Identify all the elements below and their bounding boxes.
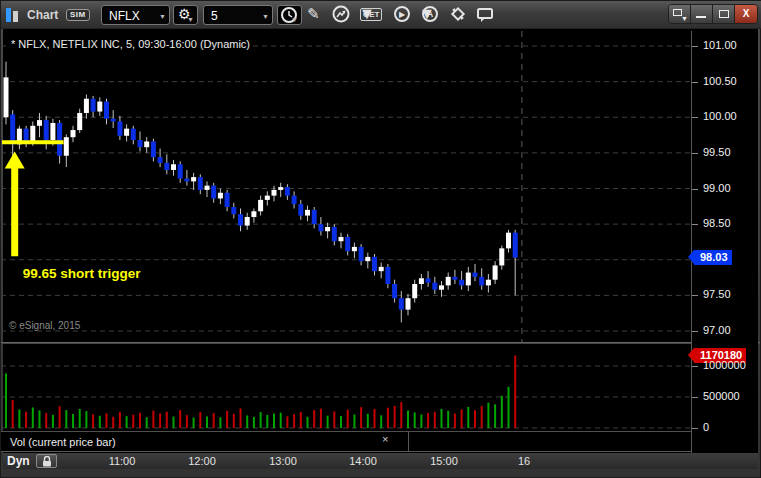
scale-lock-button[interactable]	[36, 454, 57, 468]
symbol-combo[interactable]: NFLX ▼	[101, 5, 170, 25]
get-data-button[interactable]: GET ▼	[359, 5, 383, 25]
volume-bar	[85, 411, 87, 428]
candle-up	[486, 280, 491, 286]
volume-bar	[65, 410, 67, 428]
candle-up	[379, 267, 384, 271]
maximize-button[interactable]	[713, 5, 735, 23]
volume-bar	[12, 400, 14, 428]
price-tick-label: 100.00	[703, 110, 737, 122]
candle-down	[138, 140, 143, 147]
volume-bar	[487, 403, 489, 428]
interval-combo[interactable]: 5 ▼	[203, 5, 273, 25]
candle-up	[466, 273, 471, 286]
close-tab-icon[interactable]: ×	[382, 433, 388, 445]
volume-pane[interactable]	[1, 344, 691, 431]
candle-down	[117, 122, 122, 136]
volume-bar	[39, 410, 41, 428]
volume-tick-label: 1000000	[703, 359, 746, 371]
volume-bar	[347, 410, 349, 428]
candle-up	[258, 200, 263, 211]
volume-bar	[333, 411, 335, 428]
volume-bar	[199, 412, 201, 428]
candle-down	[345, 237, 350, 251]
volume-bar	[193, 418, 195, 428]
axis-tick-mark	[692, 153, 698, 154]
chevron-down-icon[interactable]: ▼	[159, 13, 166, 20]
candle-up	[439, 285, 444, 289]
candle-down	[459, 280, 464, 286]
symbol-link-button[interactable]	[448, 5, 472, 25]
volume-bar	[233, 414, 235, 428]
volume-bar	[18, 410, 20, 428]
volume-bar	[213, 413, 215, 428]
candle-up	[71, 130, 76, 137]
volume-indicator-tab[interactable]: Vol (current price bar) ×	[1, 432, 409, 452]
last-price-value: 98.03	[700, 251, 728, 263]
price-tick-label: 100.50	[703, 75, 737, 87]
candle-down	[44, 120, 49, 140]
candle-down	[312, 210, 317, 224]
candle-up	[305, 210, 310, 216]
candle-down	[513, 233, 518, 258]
chart-legend: * NFLX, NETFLIX INC, 5, 09:30-16:00 (Dyn…	[8, 38, 253, 50]
draw-pencil-icon: ✎	[307, 5, 320, 23]
candle-up	[365, 257, 370, 261]
candle-up	[325, 227, 330, 231]
chevron-down-icon: ▼	[291, 16, 298, 23]
volume-bar	[374, 409, 376, 428]
volume-bar	[313, 410, 315, 428]
chevron-down-icon[interactable]: ▼	[262, 13, 269, 20]
volume-bar	[146, 417, 148, 428]
volume-bar	[286, 416, 288, 428]
auto-analysis-button[interactable]: A ▼	[419, 5, 443, 25]
up-arrow-annotation[interactable]	[5, 151, 25, 256]
volume-bar	[126, 416, 128, 428]
volume-bar	[360, 407, 362, 428]
volume-bar	[106, 413, 108, 428]
candle-down	[426, 278, 431, 282]
axis-tick-mark	[692, 428, 698, 429]
time-template-button[interactable]: ▼	[277, 5, 302, 25]
last-price-flag: 98.03	[694, 250, 732, 265]
candle-down	[473, 273, 478, 277]
candle-up	[205, 186, 210, 190]
volume-bar	[514, 355, 516, 428]
text-note-button[interactable]	[475, 5, 499, 25]
time-axis-label: 16	[502, 455, 546, 467]
price-tick-label: 99.50	[703, 146, 731, 158]
candle-down	[178, 164, 183, 178]
symbol-settings-button[interactable]: ⚙ ▼	[173, 5, 198, 25]
replay-button[interactable]: ▶	[391, 5, 415, 25]
close-button[interactable]: X	[735, 5, 757, 23]
minimize-button[interactable]	[691, 5, 713, 23]
axis-tick-mark	[692, 46, 698, 47]
dock-window-button[interactable]: ▼	[669, 5, 691, 23]
candle-up	[499, 248, 504, 265]
price-pane[interactable]: 99.65 short trigger	[1, 31, 691, 342]
candle-down	[184, 179, 189, 182]
volume-bar	[400, 402, 402, 428]
chart-window-icon	[6, 7, 22, 23]
candle-down	[292, 196, 297, 205]
candle-down	[332, 227, 337, 241]
volume-bar	[307, 417, 309, 428]
trendline-tool-icon	[331, 5, 353, 25]
axis-tick-mark	[692, 331, 698, 332]
text-note-icon	[475, 5, 495, 25]
trendline-tool-button[interactable]: ▼	[331, 5, 355, 25]
volume-bar	[508, 387, 510, 428]
price-axis[interactable]: 98.03 1170180 101.00100.50100.0099.5099.…	[691, 31, 758, 453]
volume-bar	[219, 417, 221, 428]
title-bar[interactable]: Chart SIM NFLX ▼ ⚙ ▼ 5 ▼ ▼ ✎	[1, 1, 761, 29]
volume-bar	[253, 417, 255, 428]
candle-up	[77, 113, 82, 130]
candle-down	[452, 277, 457, 280]
candle-down	[158, 157, 163, 163]
volume-bar	[266, 415, 268, 428]
volume-bar	[273, 414, 275, 428]
draw-tool-button[interactable]: ✎	[304, 5, 328, 25]
candle-up	[50, 123, 55, 140]
volume-bar	[353, 414, 355, 428]
volume-bar	[467, 407, 469, 428]
volume-bar	[320, 409, 322, 428]
